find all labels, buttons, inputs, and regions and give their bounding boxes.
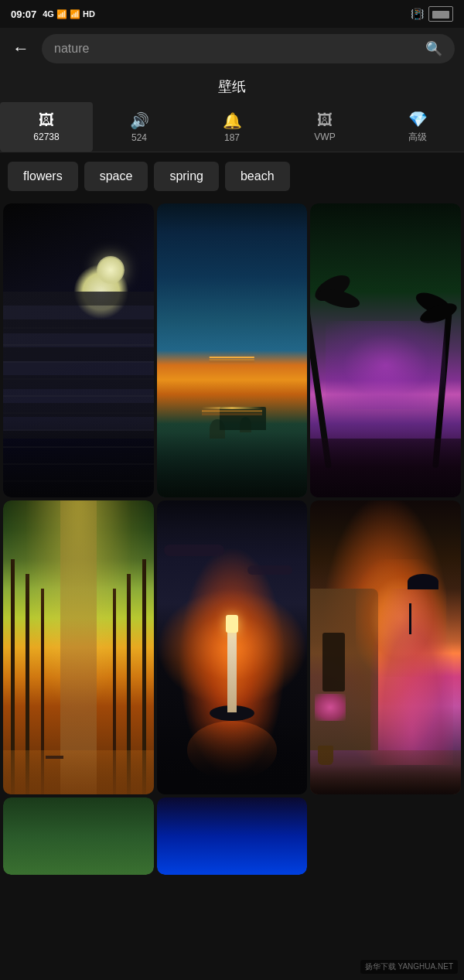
wallpaper-green-partial[interactable] bbox=[3, 797, 154, 875]
tab-advanced-label: 高级 bbox=[408, 131, 427, 144]
header: ← 🔍 bbox=[0, 28, 464, 70]
tab-advanced-icon: 💎 bbox=[408, 110, 428, 128]
wallpaper-row-1 bbox=[3, 203, 461, 497]
category-space[interactable]: space bbox=[84, 162, 148, 191]
wallpaper-blue-partial[interactable] bbox=[157, 797, 308, 875]
tab-images-label: 62738 bbox=[33, 131, 59, 142]
wallpaper-lighthouse[interactable] bbox=[157, 500, 308, 794]
tab-vwp[interactable]: 🖼 VWP bbox=[278, 102, 371, 152]
tab-notify-icon: 🔔 bbox=[223, 111, 242, 130]
tab-vwp-label: VWP bbox=[314, 131, 335, 142]
wallpaper-grid bbox=[0, 200, 464, 878]
tab-bar: 🖼 62738 🔊 524 🔔 187 🖼 VWP 💎 高级 bbox=[0, 102, 464, 152]
category-spring[interactable]: spring bbox=[154, 162, 219, 191]
status-time: 09:07 bbox=[11, 9, 36, 20]
category-flowers[interactable]: flowers bbox=[8, 162, 78, 191]
page-title: 壁纸 bbox=[0, 70, 464, 102]
wallpaper-sunset-ocean[interactable] bbox=[157, 203, 308, 497]
category-row: flowers space spring beach bbox=[0, 152, 464, 200]
status-network: 4G 📶 📶 HD bbox=[43, 9, 95, 19]
wallpaper-row-3 bbox=[3, 797, 461, 875]
tab-images[interactable]: 🖼 62738 bbox=[0, 102, 93, 152]
tab-advanced[interactable]: 💎 高级 bbox=[371, 102, 464, 152]
wallpaper-autumn-path[interactable] bbox=[3, 500, 154, 794]
wallpaper-village-flowers[interactable] bbox=[310, 500, 461, 794]
tab-sound-icon: 🔊 bbox=[130, 111, 149, 130]
wallpaper-tropical[interactable] bbox=[310, 203, 461, 497]
status-right-icons: 📳 bbox=[411, 6, 453, 22]
tab-sound[interactable]: 🔊 524 bbox=[93, 102, 186, 152]
search-bar[interactable]: 🔍 bbox=[42, 34, 455, 63]
wallpaper-night-sky[interactable] bbox=[3, 203, 154, 497]
status-bar: 09:07 4G 📶 📶 HD 📳 bbox=[0, 0, 464, 28]
tab-vwp-icon: 🖼 bbox=[317, 111, 333, 129]
tab-sound-label: 524 bbox=[131, 132, 147, 143]
tab-images-icon: 🖼 bbox=[39, 111, 54, 129]
status-time-group: 09:07 4G 📶 📶 HD bbox=[11, 9, 95, 20]
vibrate-icon: 📳 bbox=[411, 8, 424, 20]
tab-notify-label: 187 bbox=[224, 132, 240, 143]
back-button[interactable]: ← bbox=[9, 36, 32, 62]
battery-icon bbox=[428, 6, 453, 22]
search-icon-button[interactable]: 🔍 bbox=[425, 40, 442, 57]
tab-notify[interactable]: 🔔 187 bbox=[186, 102, 278, 152]
search-input[interactable] bbox=[54, 42, 419, 56]
category-beach[interactable]: beach bbox=[225, 162, 290, 191]
watermark: 扬华下载 YANGHUA.NET bbox=[360, 960, 458, 974]
wallpaper-row-2 bbox=[3, 500, 461, 794]
search-icon: 🔍 bbox=[425, 41, 442, 56]
wallpaper-empty-partial bbox=[310, 797, 461, 875]
